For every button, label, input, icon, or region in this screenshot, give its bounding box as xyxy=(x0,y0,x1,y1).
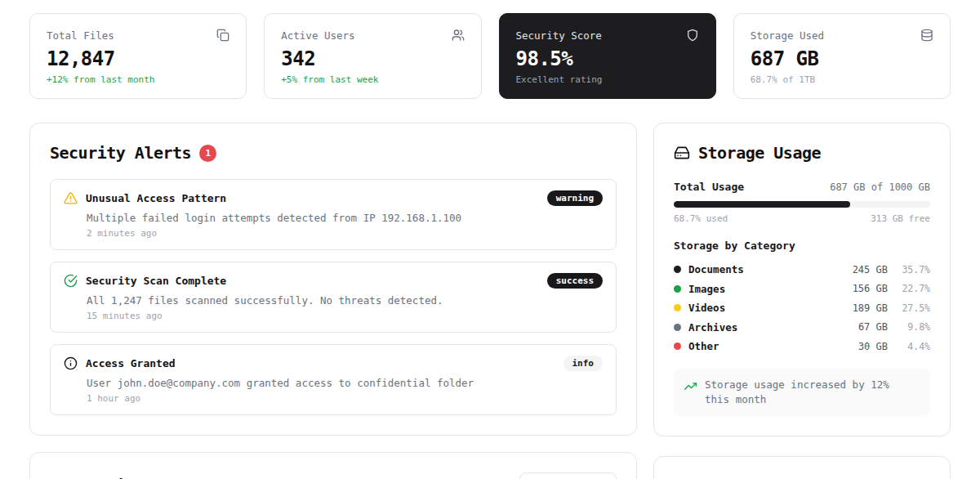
left-column: Security Alerts 1 Unusual Access Pattern… xyxy=(29,123,637,479)
alert-item-scan-complete: Security Scan Complete success All 1,247… xyxy=(50,262,617,333)
shield-icon xyxy=(686,29,699,42)
warning-triangle-icon xyxy=(64,191,78,205)
storage-by-category-title: Storage by Category xyxy=(674,239,930,252)
stat-label: Storage Used xyxy=(751,29,824,42)
category-percent: 4.4% xyxy=(888,341,930,352)
storage-usage-heading: Storage Usage xyxy=(674,143,930,163)
category-percent: 22.7% xyxy=(888,283,930,294)
alert-description: All 1,247 files scanned successfully. No… xyxy=(87,294,603,307)
category-row-documents: Documents 245 GB 35.7% xyxy=(674,260,930,280)
alert-timestamp: 1 hour ago xyxy=(87,393,603,404)
trend-note-text: Storage usage increased by 12% this mont… xyxy=(705,378,920,407)
category-size: 156 GB xyxy=(834,283,888,294)
total-usage-label: Total Usage xyxy=(674,181,744,193)
category-name: Other xyxy=(688,340,834,352)
category-size: 245 GB xyxy=(834,264,888,275)
security-alerts-title: Security Alerts xyxy=(50,143,191,163)
alert-item-access-granted: Access Granted info User john.doe@compan… xyxy=(50,344,617,415)
category-size: 189 GB xyxy=(834,302,888,314)
category-color-dot xyxy=(674,266,681,273)
pause-all-button[interactable]: Pause All xyxy=(519,472,617,479)
category-row-other: Other 30 GB 4.4% xyxy=(674,337,930,356)
alert-badge-success: success xyxy=(547,273,603,289)
users-icon xyxy=(452,29,465,42)
category-color-dot xyxy=(674,342,681,350)
stat-value: 12,847 xyxy=(47,47,229,70)
alert-title: Security Scan Complete xyxy=(86,275,539,287)
security-alerts-card: Security Alerts 1 Unusual Access Pattern… xyxy=(29,123,637,436)
stats-row: Total Files 12,847 +12% from last month … xyxy=(29,13,951,99)
stat-label: Security Score xyxy=(516,29,602,42)
total-usage-value: 687 GB of 1000 GB xyxy=(830,181,930,193)
stat-subtext: 68.7% of 1TB xyxy=(751,74,933,85)
check-circle-icon xyxy=(64,274,78,288)
stat-subtext: +5% from last week xyxy=(281,74,464,85)
dashboard-page: Total Files 12,847 +12% from last month … xyxy=(0,0,980,479)
percent-used-label: 68.7% used xyxy=(674,213,728,224)
processing-queue-title: Processing Queue xyxy=(50,476,201,479)
alert-count-badge: 1 xyxy=(199,145,216,162)
storage-progress-fill xyxy=(674,201,850,208)
category-row-images: Images 156 GB 22.7% xyxy=(674,280,930,299)
alert-title: Access Granted xyxy=(86,357,555,369)
storage-progress-bar xyxy=(674,201,930,208)
category-name: Images xyxy=(688,283,834,295)
stat-value: 342 xyxy=(281,47,464,70)
trending-up-icon xyxy=(684,380,697,392)
category-row-archives: Archives 67 GB 9.8% xyxy=(674,318,930,338)
alert-badge-warning: warning xyxy=(547,190,603,206)
category-name: Archives xyxy=(688,321,834,334)
alert-description: User john.doe@company.com granted access… xyxy=(87,377,603,389)
storage-trend-note: Storage usage increased by 12% this mont… xyxy=(674,369,930,416)
right-column: Storage Usage Total Usage 687 GB of 1000… xyxy=(653,123,951,479)
category-color-dot xyxy=(674,285,681,293)
storage-usage-card: Storage Usage Total Usage 687 GB of 1000… xyxy=(653,123,951,436)
category-percent: 35.7% xyxy=(888,264,930,275)
stat-card-storage-used: Storage Used 687 GB 68.7% of 1TB xyxy=(733,13,951,99)
alert-timestamp: 15 minutes ago xyxy=(87,311,603,321)
info-circle-icon xyxy=(64,356,78,370)
stat-value: 687 GB xyxy=(751,47,933,70)
alert-item-unusual-access: Unusual Access Pattern warning Multiple … xyxy=(50,179,617,250)
category-percent: 9.8% xyxy=(888,321,930,333)
alert-description: Multiple failed login attempts detected … xyxy=(87,212,603,224)
alert-title: Unusual Access Pattern xyxy=(86,192,539,204)
category-name: Videos xyxy=(688,302,834,314)
stat-subtext: Excellent rating xyxy=(516,74,699,85)
stat-card-total-files: Total Files 12,847 +12% from last month xyxy=(29,13,247,99)
hard-drive-icon xyxy=(674,145,690,161)
category-percent: 27.5% xyxy=(888,302,930,314)
stat-label: Total Files xyxy=(47,29,114,42)
alerts-list: Unusual Access Pattern warning Multiple … xyxy=(50,179,617,415)
files-icon xyxy=(216,29,229,42)
category-size: 67 GB xyxy=(834,321,888,333)
stat-card-active-users: Active Users 342 +5% from last week xyxy=(264,13,481,99)
free-space-label: 313 GB free xyxy=(871,213,930,224)
security-alerts-heading: Security Alerts 1 xyxy=(50,143,617,163)
category-color-dot xyxy=(674,304,681,311)
category-list: Documents 245 GB 35.7% Images 156 GB 22.… xyxy=(674,260,930,356)
storage-usage-title: Storage Usage xyxy=(698,143,821,163)
stat-label: Active Users xyxy=(281,29,354,42)
category-color-dot xyxy=(674,324,681,331)
category-row-videos: Videos 189 GB 27.5% xyxy=(674,298,930,318)
processing-queue-card: Processing Queue Pause All xyxy=(29,452,637,479)
category-size: 30 GB xyxy=(834,341,888,352)
stat-value: 98.5% xyxy=(516,47,699,70)
stat-subtext: +12% from last month xyxy=(47,74,229,85)
alert-badge-info: info xyxy=(564,356,604,371)
recent-activity-card: Recent Activity xyxy=(653,456,951,479)
alert-timestamp: 2 minutes ago xyxy=(87,228,603,239)
database-icon xyxy=(920,29,933,42)
category-name: Documents xyxy=(688,263,834,275)
stat-card-security-score: Security Score 98.5% Excellent rating xyxy=(499,13,716,99)
